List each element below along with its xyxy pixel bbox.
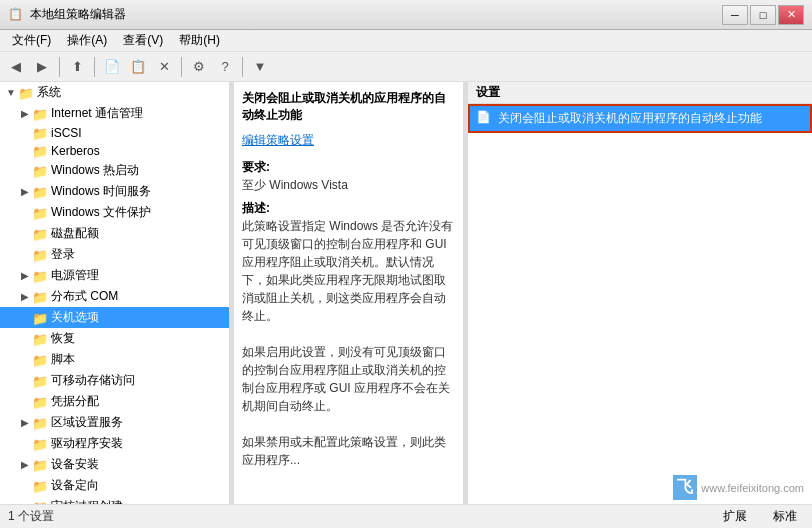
folder-icon-power: 📁 (32, 269, 48, 283)
settings-panel: 设置 📄 关闭会阻止或取消关机的应用程序的自动终止功能 (468, 82, 812, 504)
folder-icon-driver: 📁 (32, 437, 48, 451)
tree-item-locale[interactable]: ▶ 📁 区域设置服务 (0, 412, 229, 433)
app-icon: 📋 (8, 7, 24, 23)
settings-header: 设置 (468, 82, 812, 104)
tree-label-restore: 恢复 (51, 330, 75, 347)
tree-label-diskquota: 磁盘配额 (51, 225, 99, 242)
tree-toggle-audit: ▶ (18, 500, 32, 505)
menu-action[interactable]: 操作(A) (59, 30, 115, 51)
paste-button[interactable]: 📋 (126, 55, 150, 79)
tree-item-kerberos[interactable]: ▶ 📁 Kerberos (0, 142, 229, 160)
description-value: 此策略设置指定 Windows 是否允许没有可见顶级窗口的控制台应用程序和 GU… (242, 219, 453, 467)
tree-toggle-distcom: ▶ (18, 290, 32, 304)
menu-bar: 文件(F) 操作(A) 查看(V) 帮助(H) (0, 30, 812, 52)
status-tab-expand[interactable]: 扩展 (716, 507, 754, 526)
requirement-label: 要求: (242, 160, 270, 174)
settings-item-0[interactable]: 📄 关闭会阻止或取消关机的应用程序的自动终止功能 (468, 104, 812, 133)
tree-toggle-device: ▶ (18, 458, 32, 472)
tree-item-distcom[interactable]: ▶ 📁 分布式 COM (0, 286, 229, 307)
properties-button[interactable]: ⚙ (187, 55, 211, 79)
tree-label-system: 系统 (37, 84, 61, 101)
toolbar-separator-4 (242, 57, 243, 77)
tree-label-scripts: 脚本 (51, 351, 75, 368)
tree-label-internet: Internet 通信管理 (51, 105, 143, 122)
tree-toggle-fileprotect: ▶ (18, 206, 32, 220)
tree-toggle-scripts: ▶ (18, 353, 32, 367)
tree-toggle-restore: ▶ (18, 332, 32, 346)
main-layout: ▼ 📁 系统 ▶ 📁 Internet 通信管理 ▶ 📁 iSCSI ▶ 📁 K… (0, 82, 812, 504)
folder-icon-hotstart: 📁 (32, 164, 48, 178)
folder-icon-distcom: 📁 (32, 290, 48, 304)
tree-toggle-kerberos: ▶ (18, 144, 32, 158)
tree-toggle-credentials: ▶ (18, 395, 32, 409)
tree-label-hotstart: Windows 热启动 (51, 162, 139, 179)
tree-item-shutdown[interactable]: ▶ 📁 关机选项 (0, 307, 229, 328)
tree-label-audit: 审核过程创建 (51, 498, 123, 504)
forward-button[interactable]: ▶ (30, 55, 54, 79)
tree-label-credentials: 凭据分配 (51, 393, 99, 410)
tree-label-login: 登录 (51, 246, 75, 263)
tree-item-login[interactable]: ▶ 📁 登录 (0, 244, 229, 265)
tree-toggle-internet: ▶ (18, 107, 32, 121)
tree-item-diskquota[interactable]: ▶ 📁 磁盘配额 (0, 223, 229, 244)
close-button[interactable]: ✕ (778, 5, 804, 25)
tree-item-power[interactable]: ▶ 📁 电源管理 (0, 265, 229, 286)
menu-help[interactable]: 帮助(H) (171, 30, 228, 51)
description-label: 描述: (242, 201, 270, 215)
copy-button[interactable]: 📄 (100, 55, 124, 79)
help-button[interactable]: ? (213, 55, 237, 79)
tree-item-device-orient[interactable]: ▶ 📁 设备定向 (0, 475, 229, 496)
tree-item-internet[interactable]: ▶ 📁 Internet 通信管理 (0, 103, 229, 124)
tree-item-device[interactable]: ▶ 📁 设备安装 (0, 454, 229, 475)
minimize-button[interactable]: ─ (722, 5, 748, 25)
status-bar: 1 个设置 扩展 标准 (0, 504, 812, 528)
tree-label-locale: 区域设置服务 (51, 414, 123, 431)
tree-label-kerberos: Kerberos (51, 144, 100, 158)
desc-title: 关闭会阻止或取消关机的应用程序的自动终止功能 (242, 90, 455, 124)
folder-icon-device: 📁 (32, 458, 48, 472)
folder-icon-removable: 📁 (32, 374, 48, 388)
menu-view[interactable]: 查看(V) (115, 30, 171, 51)
menu-file[interactable]: 文件(F) (4, 30, 59, 51)
tree-toggle-device-orient: ▶ (18, 479, 32, 493)
filter-button[interactable]: ▼ (248, 55, 272, 79)
tree-item-scripts[interactable]: ▶ 📁 脚本 (0, 349, 229, 370)
desc-requirement-section: 要求: 至少 Windows Vista (242, 159, 455, 194)
folder-icon-login: 📁 (32, 248, 48, 262)
folder-icon-restore: 📁 (32, 332, 48, 346)
tree-label-device: 设备安装 (51, 456, 99, 473)
requirement-value: 至少 Windows Vista (242, 178, 348, 192)
toolbar-separator-2 (94, 57, 95, 77)
tree-toggle-driver: ▶ (18, 437, 32, 451)
folder-icon-system: 📁 (18, 86, 34, 100)
tree-item-hotstart[interactable]: ▶ 📁 Windows 热启动 (0, 160, 229, 181)
tree-item-iscsi[interactable]: ▶ 📁 iSCSI (0, 124, 229, 142)
tree-label-fileprotect: Windows 文件保护 (51, 204, 151, 221)
tree-toggle-power: ▶ (18, 269, 32, 283)
toolbar-separator-3 (181, 57, 182, 77)
tree-toggle-shutdown: ▶ (18, 311, 32, 325)
settings-item-text-0: 关闭会阻止或取消关机的应用程序的自动终止功能 (498, 110, 762, 127)
tree-item-audit[interactable]: ▶ 📁 审核过程创建 (0, 496, 229, 504)
desc-description-section: 描述: 此策略设置指定 Windows 是否允许没有可见顶级窗口的控制台应用程序… (242, 200, 455, 469)
maximize-button[interactable]: □ (750, 5, 776, 25)
tree-item-fileprotect[interactable]: ▶ 📁 Windows 文件保护 (0, 202, 229, 223)
tree-toggle-iscsi: ▶ (18, 126, 32, 140)
back-button[interactable]: ◀ (4, 55, 28, 79)
tree-item-restore[interactable]: ▶ 📁 恢复 (0, 328, 229, 349)
tree-item-removable[interactable]: ▶ 📁 可移动存储访问 (0, 370, 229, 391)
edit-policy-link[interactable]: 编辑策略设置 (242, 132, 455, 149)
tree-item-timeservice[interactable]: ▶ 📁 Windows 时间服务 (0, 181, 229, 202)
tree-label-distcom: 分布式 COM (51, 288, 118, 305)
tree-item-driver[interactable]: ▶ 📁 驱动程序安装 (0, 433, 229, 454)
tree-item-credentials[interactable]: ▶ 📁 凭据分配 (0, 391, 229, 412)
status-count: 1 个设置 (8, 508, 54, 525)
up-button[interactable]: ⬆ (65, 55, 89, 79)
folder-icon-locale: 📁 (32, 416, 48, 430)
status-tab-standard[interactable]: 标准 (766, 507, 804, 526)
delete-button[interactable]: ✕ (152, 55, 176, 79)
tree-root-system[interactable]: ▼ 📁 系统 (0, 82, 229, 103)
folder-icon-credentials: 📁 (32, 395, 48, 409)
tree-label-driver: 驱动程序安装 (51, 435, 123, 452)
tree-panel: ▼ 📁 系统 ▶ 📁 Internet 通信管理 ▶ 📁 iSCSI ▶ 📁 K… (0, 82, 230, 504)
